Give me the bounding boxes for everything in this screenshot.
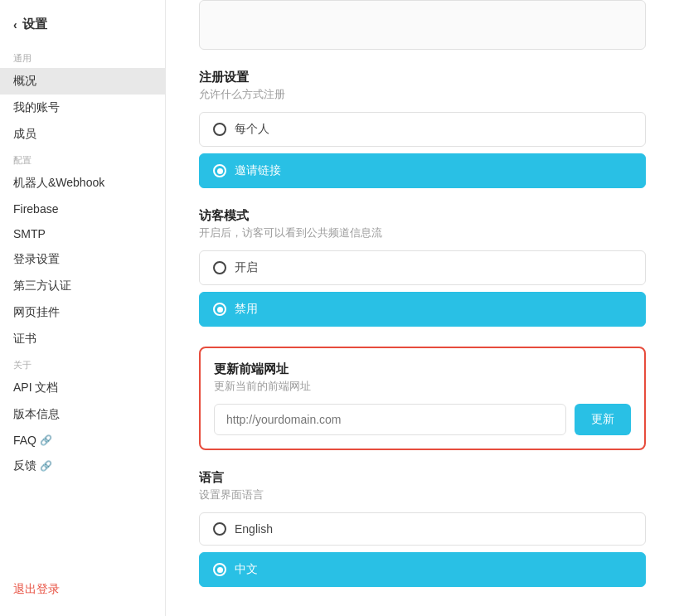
registration-invite-option[interactable]: 邀请链接 xyxy=(199,153,646,188)
sidebar-item-label: 网页挂件 xyxy=(13,305,60,320)
language-english-label: English xyxy=(235,522,273,536)
language-section: 语言 设置界面语言 English 中文 xyxy=(199,470,646,587)
sidebar-item-smtp[interactable]: SMTP xyxy=(0,221,165,246)
sidebar-item-label: FAQ xyxy=(13,434,36,447)
sidebar-item-label: 我的账号 xyxy=(13,100,60,115)
main-content: 注册设置 允许什么方式注册 每个人 邀请链接 访客模式 开启后，访客可以看到公共… xyxy=(166,0,679,616)
back-icon[interactable]: ‹ xyxy=(13,18,17,32)
radio-circle-invite xyxy=(213,164,226,177)
radio-circle-english xyxy=(213,522,226,536)
sidebar-item-label: 反馈 xyxy=(13,458,36,473)
guest-mode-section: 访客模式 开启后，访客可以看到公共频道信息流 开启 禁用 xyxy=(199,208,646,327)
sidebar-item-label: API 文档 xyxy=(13,381,58,395)
sidebar: ‹ 设置 通用 概况 我的账号 成员 配置 机器人&Webhook Fireba… xyxy=(0,0,166,616)
apidoc-link: API 文档 xyxy=(13,381,58,395)
guest-mode-on-option[interactable]: 开启 xyxy=(199,250,646,285)
sidebar-item-apidoc[interactable]: API 文档 xyxy=(0,375,165,401)
language-chinese-option[interactable]: 中文 xyxy=(199,552,646,587)
sidebar-item-login[interactable]: 登录设置 xyxy=(0,246,165,273)
sidebar-title: 设置 xyxy=(22,17,47,32)
logout-button[interactable]: 退出登录 xyxy=(0,576,165,603)
registration-invite-label: 邀请链接 xyxy=(235,163,281,178)
sidebar-item-label: 登录设置 xyxy=(13,252,60,267)
update-url-section: 更新前端网址 更新当前的前端网址 更新 xyxy=(199,347,646,450)
registration-everyone-option[interactable]: 每个人 xyxy=(199,112,646,147)
sidebar-item-account[interactable]: 我的账号 xyxy=(0,95,165,121)
sidebar-item-faq[interactable]: FAQ 🔗 xyxy=(0,428,165,453)
sidebar-item-label: 证书 xyxy=(13,332,36,347)
radio-circle-everyone xyxy=(213,123,226,136)
sidebar-item-label: Firebase xyxy=(13,202,58,216)
update-url-row: 更新 xyxy=(214,404,631,435)
registration-title: 注册设置 xyxy=(199,70,646,85)
sidebar-header[interactable]: ‹ 设置 xyxy=(0,13,165,46)
language-english-option[interactable]: English xyxy=(199,512,646,546)
registration-subtitle: 允许什么方式注册 xyxy=(199,87,646,102)
guest-mode-off-option[interactable]: 禁用 xyxy=(199,292,646,327)
update-url-title: 更新前端网址 xyxy=(214,361,631,377)
language-subtitle: 设置界面语言 xyxy=(199,487,646,502)
language-chinese-label: 中文 xyxy=(235,562,258,577)
external-link-icon: 🔗 xyxy=(40,434,52,446)
sidebar-item-label: 成员 xyxy=(13,127,36,142)
update-url-subtitle: 更新当前的前端网址 xyxy=(214,379,631,394)
sidebar-item-label: 版本信息 xyxy=(13,407,60,422)
url-input[interactable] xyxy=(214,404,566,435)
logout-label: 退出登录 xyxy=(13,582,60,595)
sidebar-item-label: 机器人&Webhook xyxy=(13,176,104,191)
guest-mode-title: 访客模式 xyxy=(199,208,646,224)
sidebar-item-members[interactable]: 成员 xyxy=(0,121,165,148)
guest-mode-subtitle: 开启后，访客可以看到公共频道信息流 xyxy=(199,226,646,240)
top-box xyxy=(199,0,646,50)
sidebar-item-label: 第三方认证 xyxy=(13,279,71,293)
sidebar-item-version[interactable]: 版本信息 xyxy=(0,401,165,428)
sidebar-item-thirdparty[interactable]: 第三方认证 xyxy=(0,273,165,299)
faq-link: FAQ 🔗 xyxy=(13,434,52,447)
sidebar-item-cert[interactable]: 证书 xyxy=(0,326,165,352)
section-label-about: 关于 xyxy=(0,352,165,375)
sidebar-item-webwidget[interactable]: 网页挂件 xyxy=(0,299,165,326)
radio-circle-on xyxy=(213,261,226,274)
sidebar-item-firebase[interactable]: Firebase xyxy=(0,196,165,221)
external-link-icon-feedback: 🔗 xyxy=(40,460,52,472)
guest-mode-on-label: 开启 xyxy=(235,260,258,275)
guest-mode-off-label: 禁用 xyxy=(235,302,258,317)
sidebar-item-feedback[interactable]: 反馈 🔗 xyxy=(0,453,165,479)
update-button[interactable]: 更新 xyxy=(575,404,631,435)
section-label-config: 配置 xyxy=(0,148,165,170)
sidebar-item-overview[interactable]: 概况 xyxy=(0,68,165,95)
language-title: 语言 xyxy=(199,470,646,486)
registration-everyone-label: 每个人 xyxy=(235,122,269,137)
radio-circle-off xyxy=(213,303,226,316)
radio-circle-chinese xyxy=(213,563,226,576)
feedback-link: 反馈 🔗 xyxy=(13,458,52,473)
sidebar-item-label: SMTP xyxy=(13,227,46,240)
sidebar-item-label: 概况 xyxy=(13,74,36,89)
registration-section: 注册设置 允许什么方式注册 每个人 邀请链接 xyxy=(199,70,646,188)
sidebar-item-robots[interactable]: 机器人&Webhook xyxy=(0,170,165,196)
section-label-general: 通用 xyxy=(0,46,165,68)
